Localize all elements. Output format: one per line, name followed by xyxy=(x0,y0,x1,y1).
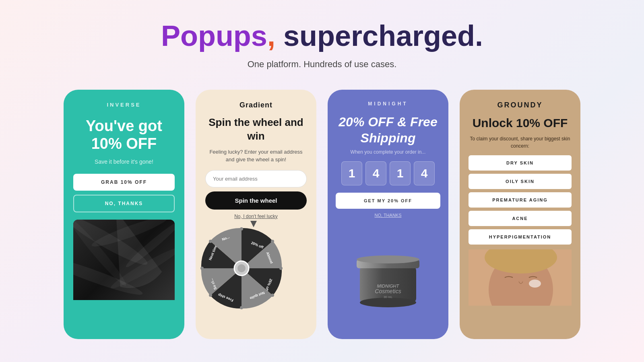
midnight-headline: 20% OFF & Free Shipping xyxy=(336,114,440,146)
countdown-box-1: 1 xyxy=(341,161,362,185)
title-supercharged: supercharged. xyxy=(275,20,483,52)
wheel-container: 20% off Almost 25% off Not quite Free sh… xyxy=(197,224,310,317)
countdown-box-2: 4 xyxy=(365,161,386,185)
svg-point-18 xyxy=(279,267,283,270)
card-midnight: MIDNIGHT 20% OFF & Free Shipping When yo… xyxy=(328,90,448,339)
groundy-headline: Unlock 10% OFF xyxy=(473,116,568,130)
svg-point-20 xyxy=(240,306,243,309)
title-popups: Popups xyxy=(161,20,267,52)
midnight-no-thanks[interactable]: NO, THANKS xyxy=(374,213,401,218)
svg-point-22 xyxy=(200,267,204,270)
inverse-headline: You've got 10% OFF xyxy=(73,117,175,152)
title-comma: , xyxy=(267,20,275,52)
cards-row: INVERSE You've got 10% OFF Save it befor… xyxy=(24,90,620,339)
get-discount-button[interactable]: GET MY 20% OFF xyxy=(336,193,440,209)
face-image xyxy=(469,249,572,306)
brand-logo-gradient: Gradient xyxy=(239,101,272,109)
card-gradient: Gradient Spin the wheel and win Feeling … xyxy=(196,90,316,339)
face-svg xyxy=(469,249,572,306)
page-subtitle: One platform. Hundreds of use cases. xyxy=(248,59,397,70)
brand-logo-inverse: INVERSE xyxy=(107,102,141,108)
svg-point-17 xyxy=(271,240,274,243)
svg-point-26 xyxy=(360,298,416,307)
spin-wheel-button[interactable]: Spin the wheel xyxy=(205,191,307,210)
countdown-row: 1 4 1 4 xyxy=(341,161,435,185)
card-inverse: INVERSE You've got 10% OFF Save it befor… xyxy=(64,90,184,339)
page-wrapper: Popups, supercharged. One platform. Hund… xyxy=(0,0,644,362)
svg-point-16 xyxy=(240,227,243,230)
palm-image xyxy=(73,220,175,300)
svg-point-21 xyxy=(209,294,212,297)
card-groundy: GROUNDY Unlock 10% OFF To claim your dis… xyxy=(460,90,580,339)
svg-text:Cosmetics: Cosmetics xyxy=(375,288,401,294)
brand-logo-midnight: MIDNIGHT xyxy=(368,101,408,107)
countdown-box-4: 4 xyxy=(414,161,435,185)
countdown-box-3: 1 xyxy=(390,161,411,185)
acne-button[interactable]: ACNE xyxy=(469,211,572,226)
oily-skin-button[interactable]: OILY SKIN xyxy=(469,174,572,189)
brand-logo-groundy: GROUNDY xyxy=(497,101,543,109)
wheel-pointer xyxy=(250,221,257,227)
dry-skin-button[interactable]: DRY SKIN xyxy=(469,155,572,171)
svg-point-15 xyxy=(237,264,246,272)
gradient-headline: Spin the wheel and win xyxy=(205,116,307,143)
grab-discount-button[interactable]: GRAB 10% OFF xyxy=(73,174,175,191)
midnight-subtext: When you complete your order in... xyxy=(351,149,426,155)
svg-point-23 xyxy=(209,240,212,243)
palm-svg xyxy=(73,220,175,300)
svg-point-28 xyxy=(357,255,419,263)
inverse-subtext: Save it before it's gone! xyxy=(95,158,153,165)
svg-point-19 xyxy=(271,294,274,297)
svg-text:30 mL: 30 mL xyxy=(384,295,393,299)
email-input[interactable] xyxy=(205,170,307,187)
cosmetics-image: MIDNIGHT Cosmetics 30 mL xyxy=(348,228,428,309)
groundy-subtext: To claim your discount, share your bigge… xyxy=(469,135,572,150)
svg-point-35 xyxy=(529,280,541,288)
page-title: Popups, supercharged. xyxy=(161,20,483,52)
premature-aging-button[interactable]: PREMATURE AGING xyxy=(469,192,572,208)
no-lucky-link[interactable]: No, I don't feel lucky xyxy=(234,214,278,219)
hyperpigmentation-button[interactable]: HYPERPIGMENTATION xyxy=(469,229,572,245)
wheel-svg: 20% off Almost 25% off Not quite Free sh… xyxy=(197,224,286,313)
jar-svg: MIDNIGHT Cosmetics 30 mL xyxy=(348,228,428,309)
gradient-subtext: Feeling lucky? Enter your email address … xyxy=(205,148,307,164)
no-thanks-button[interactable]: NO, THANKS xyxy=(73,195,175,212)
